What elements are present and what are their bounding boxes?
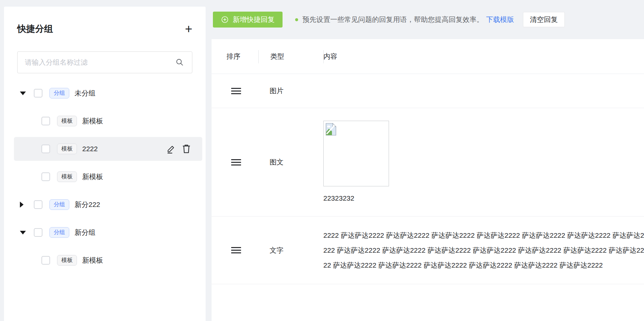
checkbox[interactable] (41, 117, 50, 125)
thumbnail-box (323, 121, 389, 186)
drag-handle-icon[interactable] (231, 86, 241, 96)
checkbox[interactable] (34, 228, 42, 237)
group-search-input[interactable] (18, 58, 175, 66)
tree-item-group[interactable]: 分组 新分组 (4, 219, 206, 246)
delete-icon[interactable] (181, 144, 192, 154)
column-header-content: 内容 (323, 52, 337, 61)
type-cell: 图文 (259, 108, 323, 216)
tree-item-label: 未分组 (75, 89, 96, 98)
row-actions (166, 135, 192, 163)
checkbox[interactable] (41, 256, 50, 265)
reply-table: 排序 类型 内容 图片 图文 (212, 39, 644, 321)
caret-down-icon[interactable] (20, 229, 26, 235)
checkbox[interactable] (41, 172, 50, 181)
group-tag: 分组 (49, 227, 69, 238)
tree-item-template[interactable]: 模板 新模板 (4, 163, 206, 191)
template-tag: 模板 (57, 255, 77, 266)
download-template-link[interactable]: 下载模版 (486, 15, 514, 24)
quick-groups-panel: 快捷分组 + 分组 未分组 模板 新模板 模板 2222 (4, 7, 206, 321)
type-cell: 图片 (259, 74, 323, 108)
tree-item-label: 新模板 (82, 116, 103, 126)
tree-item-group[interactable]: 分组 新分222 (4, 191, 206, 219)
add-quick-reply-button[interactable]: 新增快捷回复 (213, 12, 283, 28)
column-header-sort: 排序 (223, 52, 259, 61)
header-divider (258, 50, 259, 63)
tree-item-label: 新模板 (82, 172, 103, 181)
sidebar-title: 快捷分组 (17, 24, 53, 34)
edit-icon[interactable] (166, 144, 176, 154)
thumbnail-caption: 22323232 (323, 194, 389, 202)
tip-dot-icon (295, 18, 298, 21)
drag-handle-icon[interactable] (231, 245, 241, 255)
drag-handle-icon[interactable] (231, 158, 241, 167)
toolbar: 新增快捷回复 预先设置一些常见问题的回复用语，帮助您提高回复效率。 下载模版 清… (213, 0, 644, 39)
table-header: 排序 类型 内容 (212, 39, 644, 74)
tree-item-group[interactable]: 分组 未分组 (4, 79, 206, 107)
caret-right-icon[interactable] (20, 202, 26, 208)
tree-item-label: 新分组 (75, 228, 96, 237)
tree-item-template-selected[interactable]: 模板 2222 (4, 135, 206, 163)
template-tag: 模板 (57, 171, 77, 182)
template-tag: 模板 (57, 144, 77, 154)
circle-plus-icon (221, 16, 229, 24)
type-cell: 文字 (259, 217, 323, 284)
template-tag: 模板 (57, 116, 77, 126)
text-content: 2222 萨达萨达2222 萨达萨达2222 萨达萨达2222 萨达萨达2222… (323, 228, 644, 273)
group-tree: 分组 未分组 模板 新模板 模板 2222 (4, 79, 206, 274)
imgtext-content: 22323232 (323, 108, 389, 216)
table-row: 图片 (212, 74, 644, 108)
column-header-type: 类型 (259, 52, 323, 61)
group-tag: 分组 (49, 88, 69, 98)
search-icon[interactable] (175, 58, 184, 67)
clear-replies-button[interactable]: 清空回复 (523, 12, 565, 27)
header-divider (323, 50, 324, 63)
broken-image-icon (326, 123, 336, 136)
sidebar-header: 快捷分组 + (17, 24, 192, 34)
group-search-box (17, 51, 192, 73)
table-row: 文字 2222 萨达萨达2222 萨达萨达2222 萨达萨达2222 萨达萨达2… (212, 217, 644, 284)
tree-item-label: 2222 (82, 145, 98, 153)
tree-item-template[interactable]: 模板 新模板 (4, 246, 206, 274)
checkbox[interactable] (34, 200, 42, 209)
quick-reply-panel: 新增快捷回复 预先设置一些常见问题的回复用语，帮助您提高回复效率。 下载模版 清… (212, 0, 644, 321)
content-cell (323, 74, 644, 108)
tree-item-template[interactable]: 模板 新模板 (4, 107, 206, 135)
add-quick-reply-label: 新增快捷回复 (233, 15, 275, 24)
table-row: 图文 22323232 (212, 108, 644, 217)
checkbox[interactable] (41, 145, 50, 153)
tip-text: 预先设置一些常见问题的回复用语，帮助您提高回复效率。 (302, 15, 483, 24)
tree-item-label: 新分222 (75, 200, 100, 209)
caret-down-icon[interactable] (20, 90, 26, 96)
checkbox[interactable] (34, 89, 42, 97)
tree-item-label: 新模板 (82, 256, 103, 265)
add-group-button[interactable]: + (185, 24, 192, 34)
group-tag: 分组 (49, 199, 69, 210)
